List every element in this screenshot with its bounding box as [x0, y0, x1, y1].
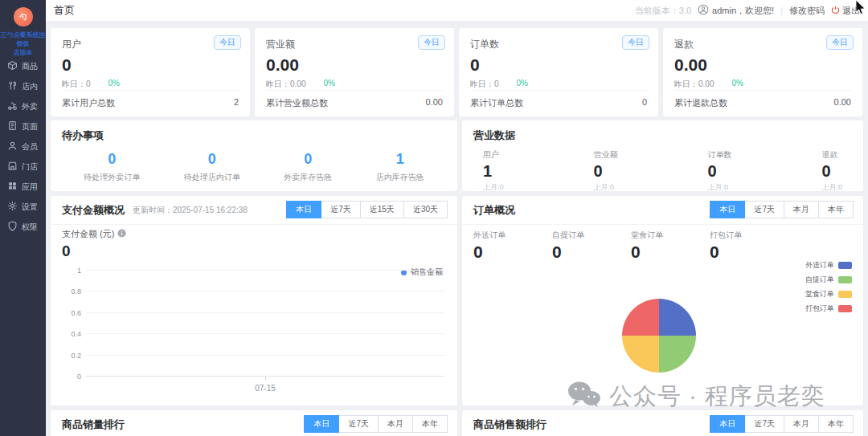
filter-year-button[interactable]: 本年 [818, 415, 854, 433]
filter-7days-button[interactable]: 近7天 [321, 201, 361, 218]
metric-value: 0 [821, 162, 842, 181]
pie-legend-label: 堂食订单 [805, 289, 834, 299]
filter-today-button[interactable]: 本日 [710, 201, 745, 218]
pie-legend-item[interactable]: 堂食订单 [805, 289, 852, 299]
chart-legend[interactable]: 销售金额 [401, 267, 443, 278]
today-badge: 今日 [622, 35, 649, 50]
utensils-icon [7, 79, 18, 94]
pie-swatch-icon [838, 291, 852, 298]
filter-7days-button[interactable]: 近7天 [744, 201, 784, 218]
order-stat-value: 0 [552, 242, 631, 262]
percent-change: 0% [108, 79, 120, 90]
metric-value: 0 [707, 162, 731, 181]
filter-15days-button[interactable]: 近15天 [360, 201, 404, 218]
yesterday-value: 昨日：0.00 [266, 79, 305, 90]
sidebar-item-label: 设置 [22, 202, 38, 213]
total-value: 0 [642, 97, 647, 109]
business-item: 订单数 0 上月:0 [707, 149, 731, 193]
stat-sub: 昨日：0 0% [62, 79, 239, 90]
todo-label: 待处理外卖订单 [84, 172, 140, 183]
sidebar-item-pages[interactable]: 页面 [0, 116, 46, 137]
filter-month-button[interactable]: 本月 [784, 415, 819, 433]
date-filter-group: 本日 近7天 近15天 近30天 [287, 201, 448, 218]
pie-legend-label: 外送订单 [805, 260, 834, 271]
pie-legend-item[interactable]: 打包订单 [805, 304, 852, 314]
filter-month-button[interactable]: 本月 [784, 201, 819, 218]
percent-change: 0% [731, 79, 743, 90]
todo-item[interactable]: 1 店内库存告急 [376, 151, 424, 183]
filter-year-button[interactable]: 本年 [818, 201, 854, 218]
avatar-icon [698, 4, 709, 17]
brand-line1: 三勺点餐系统连锁饭 [0, 31, 46, 48]
stat-value: 0 [62, 55, 239, 75]
section-header: 支付金额概况 更新时间：2025-07-15 16:22:38 本日 近7天 近… [51, 196, 457, 225]
sidebar-item-takeout[interactable]: 外卖 [0, 96, 46, 116]
app-logo-glyph: 勺 [20, 12, 27, 22]
sidebar-item-label: 应用 [22, 181, 38, 193]
stat-title: 退款 [674, 38, 851, 51]
section-header: 商品销量排行 本日 近7天 本月 本年 [51, 410, 457, 436]
y-tick: 0.4 [59, 330, 81, 338]
sidebar-item-instore[interactable]: 店内 [0, 76, 46, 96]
todo-label: 店内库存告急 [376, 172, 424, 183]
payment-metric: 支付金额 (元) 0 [62, 228, 126, 260]
gear-icon [7, 200, 18, 214]
x-tick-mark [265, 377, 266, 380]
todo-section: 待办事项 0 待处理外卖订单 0 待处理店内订单 0 外卖库存告急 1 店内库存… [51, 120, 457, 191]
todo-item[interactable]: 0 待处理外卖订单 [84, 151, 140, 183]
business-item: 用户 1 上月:0 [483, 149, 504, 193]
filter-month-button[interactable]: 本月 [378, 415, 413, 433]
info-icon[interactable] [117, 229, 126, 239]
y-tick: 0.6 [59, 309, 81, 317]
todo-item[interactable]: 0 待处理店内订单 [184, 151, 240, 183]
total-label: 累计营业额总数 [266, 97, 328, 109]
payment-line-chart: 销售金额 1 0.8 0.6 0.4 0.2 0 07-15 [86, 270, 444, 376]
metric-sub: 上月:0 [594, 182, 618, 193]
sidebar-item-member[interactable]: 会员 [0, 137, 46, 157]
sidebar-item-apps[interactable]: 应用 [0, 177, 46, 197]
pie-legend-item[interactable]: 外送订单 [805, 260, 852, 271]
apps-grid-icon [7, 180, 18, 194]
sidebar-menu: 商品 店内 外卖 页面 会员 门店 应用 设置 [0, 56, 46, 237]
stat-sub: 昨日：0 0% [470, 79, 647, 90]
todo-item[interactable]: 0 外卖库存告急 [284, 151, 332, 183]
yesterday-value: 昨日：0 [470, 79, 499, 90]
sidebar-item-permission[interactable]: 权限 [0, 217, 46, 237]
x-tick-label: 07-15 [255, 384, 276, 393]
total-label: 累计退款总数 [674, 97, 727, 109]
filter-30days-button[interactable]: 近30天 [403, 201, 448, 218]
stat-card-refund: 退款 今日 0.00 昨日：0.00 0% 累计退款总数 0.00 [663, 28, 862, 116]
filter-7days-button[interactable]: 近7天 [744, 415, 784, 433]
order-stat-value: 0 [631, 242, 710, 262]
mouse-cursor [855, 0, 866, 18]
x-axis-line: 0 07-15 [86, 376, 444, 377]
yesterday-value: 昨日：0.00 [674, 79, 714, 90]
sidebar-item-label: 权限 [22, 222, 38, 233]
filter-today-button[interactable]: 本日 [710, 415, 745, 433]
business-item: 营业额 0 上月:0 [594, 149, 618, 193]
sidebar-item-store[interactable]: 门店 [0, 157, 46, 177]
filter-7days-button[interactable]: 近7天 [338, 415, 379, 433]
sidebar-item-label: 外卖 [22, 101, 38, 112]
metric-label: 订单数 [707, 149, 731, 161]
store-icon [7, 160, 18, 174]
filter-year-button[interactable]: 本年 [412, 415, 448, 433]
power-icon [831, 6, 840, 16]
order-pie[interactable] [622, 299, 696, 373]
filter-today-button[interactable]: 本日 [286, 201, 321, 218]
section-title: 商品销量排行 [62, 418, 125, 432]
change-password-link[interactable]: 修改密码 [789, 5, 825, 17]
gridline: 0.4 [86, 333, 444, 334]
pie-swatch-icon [838, 262, 852, 269]
today-badge: 今日 [826, 35, 854, 50]
header-separator: | [780, 6, 783, 15]
pie-legend-item[interactable]: 自提订单 [805, 275, 852, 285]
sidebar-item-goods[interactable]: 商品 [0, 56, 46, 76]
todo-columns: 0 待处理外卖订单 0 待处理店内订单 0 外卖库存告急 1 店内库存告急 [62, 151, 446, 183]
stat-card-revenue: 营业额 今日 0.00 昨日：0.00 0% 累计营业额总数 0.00 [255, 28, 454, 116]
stat-value: 0 [470, 55, 647, 75]
sidebar-item-settings[interactable]: 设置 [0, 197, 46, 217]
total-value: 0.00 [426, 97, 443, 109]
payment-overview-section: 支付金额概况 更新时间：2025-07-15 16:22:38 本日 近7天 近… [51, 196, 457, 405]
filter-today-button[interactable]: 本日 [304, 415, 339, 433]
